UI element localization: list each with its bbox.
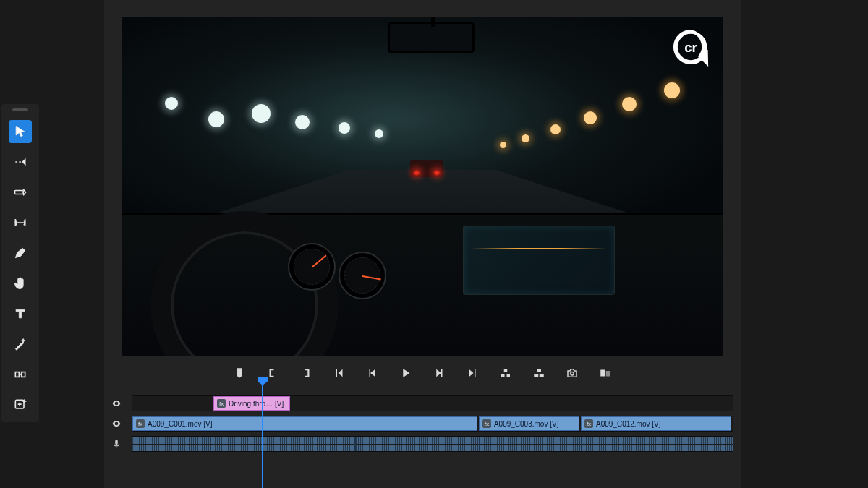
step-forward-button[interactable] [431,365,447,381]
bokeh-light [165,97,178,110]
video-track-2: fxDriving thro… [V] [109,395,733,412]
clip-label: A009_C001.mov [V] [148,420,213,428]
hand-tool[interactable] [9,272,32,295]
arrow-dashed-icon [13,155,27,169]
slip-tool[interactable] [9,363,32,386]
scene-rearview-mirror [388,22,475,53]
comparison-view-button[interactable] [597,365,613,381]
svg-rect-5 [600,370,605,377]
play-icon [399,367,412,380]
scene-dashboard [122,213,723,356]
program-monitor-panel: cr [104,0,741,390]
timeline-tracks[interactable]: fxDriving thro… [V] fxA009_C001.mov [V]f… [109,395,733,453]
video-clip[interactable]: fxA009_C012.mov [V] [581,416,731,431]
go-out-icon [466,367,479,380]
export-frame-button[interactable] [564,365,580,381]
playhead[interactable] [262,377,263,488]
play-button[interactable] [398,365,414,381]
scene-infotainment [463,226,615,295]
bokeh-light [622,97,637,111]
step-back-button[interactable] [365,365,380,381]
program-monitor[interactable]: cr [122,17,723,356]
mark-out-button[interactable] [298,365,314,381]
go-to-out-button[interactable] [464,365,480,381]
video-track-1: fxA009_C001.mov [V]fxA009_C003.mov [V]fx… [109,415,733,432]
slip-icon [13,367,27,382]
mic-icon [111,439,122,449]
pen-tool[interactable] [9,241,32,265]
svg-point-4 [571,372,574,376]
svg-rect-6 [606,371,610,377]
hand-icon [13,276,27,291]
content-credentials-badge-icon: cr [671,27,710,67]
track-visibility-toggle[interactable] [109,398,124,408]
add-generative-tool[interactable] [9,393,32,416]
toolbar-grip[interactable] [12,108,28,111]
ripple-edit-tool[interactable] [9,181,32,204]
fx-badge-icon: fx [136,419,145,428]
audio-clip-boundary [479,437,480,451]
bokeh-light [252,104,271,123]
track-voiceover-toggle[interactable] [109,439,124,449]
playback-controls [122,356,723,390]
video-clip[interactable]: fxA009_C001.mov [V] [132,416,477,431]
track-select-tool[interactable] [9,150,32,174]
bokeh-light [375,129,383,138]
go-to-in-button[interactable] [331,365,347,381]
out-bracket-icon [299,367,312,380]
bokeh-light [500,142,506,148]
extract-icon [532,367,545,380]
lift-button[interactable] [498,365,514,381]
video-clip[interactable]: fxA009_C003.mov [V] [479,416,579,431]
track-lane[interactable]: fxA009_C001.mov [V]fxA009_C003.mov [V]fx… [132,416,733,432]
step-fwd-icon [433,367,446,380]
bokeh-light [295,115,310,129]
fx-badge-icon: fx [217,399,226,408]
scene-car-ahead [410,160,443,177]
audio-clip-boundary [354,437,356,451]
audio-track-1 [109,435,733,453]
bokeh-light [522,134,529,142]
selection-tool[interactable] [9,120,32,143]
clip-label: Driving thro… [V] [229,400,284,408]
bokeh-light [664,82,680,98]
fx-badge-icon: fx [584,419,593,428]
add-sparkle-icon [13,398,27,412]
svg-text:cr: cr [684,40,697,55]
scene-gauge [288,243,336,291]
main-area: cr fxDriving thro… [V [41,0,804,488]
cursor-icon [13,124,27,139]
bokeh-light [584,111,597,124]
audio-waveform [132,437,733,451]
pen-icon [13,246,27,260]
timeline-panel: fxDriving thro… [V] fxA009_C001.mov [V]f… [104,390,741,488]
svg-rect-0 [15,191,24,194]
bokeh-light [208,111,224,127]
extract-button[interactable] [531,365,547,381]
stretch-icon [13,215,27,230]
remix-tool[interactable] [9,333,32,356]
scene-gauge [339,252,386,299]
track-lane[interactable] [132,436,733,452]
bokeh-light [550,124,561,134]
in-bracket-icon [266,367,279,380]
rate-stretch-tool[interactable] [9,211,32,234]
marker-icon [233,367,246,380]
go-in-icon [333,367,346,380]
eye-icon [111,419,122,429]
clip-label: A009_C003.mov [V] [494,420,559,428]
right-gutter [804,0,868,488]
audio-clip-boundary [581,437,582,451]
generative-clip[interactable]: fxDriving thro… [V] [213,396,290,411]
add-marker-button[interactable] [231,365,247,381]
left-rail [0,0,41,488]
track-lane[interactable]: fxDriving thro… [V] [132,395,733,411]
bokeh-light [339,122,350,134]
fx-badge-icon: fx [482,419,491,428]
track-visibility-toggle[interactable] [109,419,124,429]
step-back-icon [366,367,379,380]
camera-icon [566,367,579,380]
eye-icon [111,398,122,408]
compare-icon [599,367,612,380]
type-tool[interactable] [9,302,32,325]
